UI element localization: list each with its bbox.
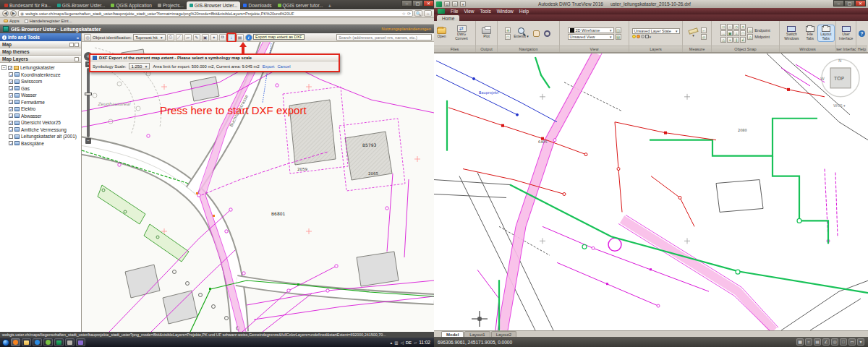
orbit-icon[interactable]: ◠ (505, 34, 511, 40)
identify-icon[interactable]: ◎ (84, 34, 91, 41)
tool-icon[interactable] (75, 43, 79, 47)
bookmark-apps[interactable]: Apps (4, 19, 20, 23)
viewcube-top-face[interactable]: TOP (833, 76, 844, 82)
viewcube-wcs-menu[interactable]: WCS (833, 103, 843, 108)
switch-windows-button[interactable]: Switch Windows (781, 25, 802, 42)
reload-icon[interactable]: ⟳ (407, 11, 411, 16)
taskbar-mail[interactable] (76, 338, 85, 346)
browser-tab-6[interactable]: QGIS server tutor... (275, 1, 326, 9)
ortho-mode-icon[interactable]: ∠ (822, 338, 830, 346)
qat-plot-icon[interactable]: ⎙ (452, 1, 458, 7)
snap-apparent-icon[interactable]: + (727, 37, 733, 43)
bookmark-handelsregister[interactable]: Handelsregister Eint... (25, 19, 72, 23)
grid-display-icon[interactable]: ▤ (814, 338, 821, 346)
layer-off-icon[interactable] (641, 35, 644, 38)
qat-dropdown-icon[interactable]: ▾ (460, 1, 466, 7)
layer-checkbox[interactable] (9, 86, 13, 90)
layer-checkbox[interactable] (9, 100, 13, 104)
layer-state-select[interactable]: Unsaved Layer State▾ (632, 28, 680, 34)
map-canvas[interactable]: Zeughausareal Buchholzstrasse B5793 2065… (82, 42, 434, 332)
application-button[interactable] (438, 9, 445, 14)
layer-item[interactable]: Fernwärme (1, 99, 81, 106)
close-button[interactable]: ✕ (855, 0, 866, 7)
maximize-button[interactable]: ▢ (412, 0, 423, 7)
layer-checkbox[interactable] (8, 66, 12, 70)
navbar-toggle-icon[interactable]: ▤ (616, 34, 621, 40)
help-button[interactable]: ? (857, 30, 867, 38)
pan-icon[interactable]: ✛ (505, 27, 511, 33)
layer-checkbox[interactable] (9, 127, 13, 132)
taskbar-firefox[interactable] (11, 338, 20, 346)
url-text[interactable]: webgis.uster.ch/maps/liegenschaften_stad… (25, 12, 400, 16)
tray-network-icon[interactable]: ▥ (394, 340, 398, 345)
browser-tab-5[interactable]: Downloads (240, 1, 274, 9)
minimize-button[interactable]: – (401, 0, 412, 7)
layer-item[interactable]: Swisscom (1, 78, 81, 85)
viewcube-west-label[interactable]: W (820, 76, 825, 81)
snap-perpendicular-icon[interactable]: ⊥ (733, 30, 739, 36)
snap-quadrant-icon[interactable]: ◇ (733, 24, 739, 30)
measure-line-icon[interactable]: ／ (176, 34, 183, 41)
layer-root[interactable]: − Leitungskataster (1, 64, 81, 72)
snap-mode-icon[interactable]: ⌗ (805, 338, 812, 346)
map-themes-bar[interactable]: Map themes (0, 48, 81, 56)
plot-button[interactable]: Plot (480, 27, 493, 40)
cancel-button[interactable]: Cancel (277, 64, 290, 69)
user-interface-button[interactable]: User Interface (838, 25, 854, 42)
browser-tab-active[interactable]: GIS-Browser Uster... (187, 1, 241, 9)
snap-node-icon[interactable]: □ (720, 24, 726, 30)
search-input[interactable] (339, 35, 430, 40)
copy-icon[interactable]: ⧉ (219, 34, 226, 41)
search-engine-icon[interactable]: 🔍 (414, 10, 422, 17)
browser-tab-1[interactable]: GIS-Browser Uster... (54, 1, 109, 9)
taskbar-trueview[interactable] (54, 338, 64, 346)
minimize-button[interactable]: – (833, 0, 844, 7)
layer-on-icon[interactable] (632, 35, 636, 38)
zoom-extents-button[interactable]: Extents ▾ (512, 27, 530, 40)
zoom-out-button[interactable]: − (85, 138, 91, 144)
layer-item[interactable]: Basispläne (1, 140, 81, 147)
menu-tools[interactable]: Tools (480, 9, 490, 14)
trueview-logo-icon[interactable] (436, 1, 442, 7)
layer-item[interactable]: Amtliche Vermessung (1, 127, 81, 134)
dxf-export-icon[interactable]: ↓ (228, 34, 235, 41)
print-icon[interactable]: ⎙ (167, 34, 174, 41)
start-button[interactable] (2, 339, 9, 346)
maximize-button[interactable]: ▢ (844, 0, 855, 7)
layer-more-icon[interactable]: ▾ (650, 35, 652, 39)
keyboard-language[interactable]: DE (406, 340, 412, 345)
snap-intersection-icon[interactable]: × (740, 24, 746, 30)
forward-button[interactable]: ▶ (10, 10, 17, 17)
zoom-slider[interactable] (87, 68, 90, 137)
status-menu-icon[interactable]: ▾ (857, 338, 864, 346)
pan-hand-button[interactable] (532, 30, 541, 38)
layer-checkbox[interactable] (9, 107, 13, 111)
viewcube-toggle-icon[interactable]: ◫ (616, 27, 621, 33)
layer-item[interactable]: Abwasser (1, 113, 81, 120)
tool-icon[interactable] (69, 43, 74, 47)
browser-tab-2[interactable]: QGIS Application (108, 1, 155, 9)
polar-tracking-icon[interactable]: ◎ (831, 338, 838, 346)
snap-tangent-icon[interactable]: ◠ (740, 30, 746, 36)
viewcube-north-label[interactable]: N (838, 58, 841, 63)
export-button[interactable]: Export (263, 64, 275, 69)
image-export-icon[interactable]: ▤ (237, 34, 244, 41)
measure-area-icon[interactable]: ▱ (701, 34, 707, 40)
clock[interactable]: 11:02 (419, 340, 432, 345)
tray-flag-icon[interactable]: ▱ (414, 340, 417, 345)
layer-item[interactable]: Elektro (1, 106, 81, 113)
open-button[interactable]: Open (435, 27, 448, 40)
file-tabs-button[interactable]: File Tabs (804, 25, 817, 42)
map-search-box[interactable] (336, 34, 432, 40)
infer-constraints-icon[interactable]: ▦ (796, 338, 804, 346)
layer-checkbox[interactable] (9, 113, 13, 118)
layout-tabs-toggle[interactable]: Layout Tabs (818, 25, 834, 42)
layer-item[interactable]: Koordinatenkreuze (1, 72, 81, 79)
layer-item[interactable]: Leitungskataster alt (2001) (1, 133, 81, 140)
snap-extension-icon[interactable]: ‥ (720, 30, 726, 36)
measure-button[interactable]: ▾ (687, 28, 699, 39)
address-bar[interactable]: ◉ webgis.uster.ch/maps/liegenschaften_st… (18, 10, 413, 17)
tab-layout1[interactable]: Layout1 (464, 331, 490, 337)
taskbar-editor[interactable] (65, 338, 75, 346)
info-tools-header[interactable]: i Info and Tools » (0, 33, 81, 41)
